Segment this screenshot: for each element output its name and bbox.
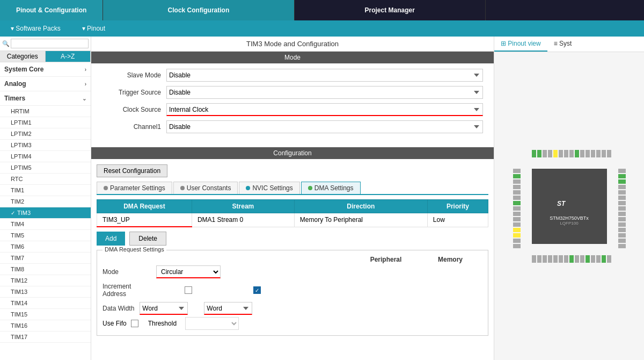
- pin-left-6: [513, 196, 521, 200]
- cat-btn-categories[interactable]: Categories: [0, 51, 46, 62]
- analog-header[interactable]: Analog ›: [0, 77, 91, 91]
- nav-tab-pinout[interactable]: Pinout & Configuration: [0, 0, 103, 20]
- pin-left-11: [513, 222, 521, 227]
- tab-parameter-settings[interactable]: Parameter Settings: [97, 182, 172, 194]
- memory-checkbox[interactable]: ✓: [253, 286, 261, 294]
- dma-col-request: DMA Request: [97, 200, 192, 213]
- sidebar-item-tim17[interactable]: TIM17: [0, 332, 91, 343]
- pin-top-10: [580, 150, 584, 157]
- pins-bottom: [532, 255, 611, 263]
- channel1-select[interactable]: Disable: [166, 120, 483, 133]
- sidebar-item-lptim4[interactable]: LPTIM4: [0, 151, 91, 162]
- cat-btn-az[interactable]: A->Z: [46, 51, 91, 62]
- sidebar-section-analog[interactable]: Analog ›: [0, 77, 91, 91]
- peripheral-increment-cb: [156, 286, 221, 294]
- syst-tab[interactable]: ≡ Syst: [547, 37, 579, 52]
- pin-right-8: [618, 206, 626, 211]
- action-buttons: Add Delete: [97, 232, 488, 246]
- add-button[interactable]: Add: [97, 232, 125, 246]
- sidebar-item-lptim3[interactable]: LPTIM3: [0, 140, 91, 151]
- sidebar-item-tim2[interactable]: TIM2: [0, 196, 91, 207]
- nav-tab-clock[interactable]: Clock Configuration: [103, 0, 294, 20]
- sidebar-item-lptim5[interactable]: LPTIM5: [0, 162, 91, 174]
- peripheral-checkbox[interactable]: [185, 286, 192, 294]
- mode-select[interactable]: Circular Normal: [156, 265, 221, 278]
- param-dot: [104, 186, 108, 190]
- pinout-view-tab[interactable]: ⊞ Pinout view: [494, 37, 547, 52]
- tab-nvic-settings[interactable]: NVIC Settings: [239, 182, 299, 194]
- sidebar-item-lptim1[interactable]: LPTIM1: [0, 117, 91, 128]
- analog-arrow: ›: [85, 81, 86, 87]
- pin-top-14: [602, 150, 606, 157]
- sidebar-item-tim8[interactable]: TIM8: [0, 264, 91, 275]
- sidebar-item-tim16[interactable]: TIM16: [0, 320, 91, 332]
- dma-request-cell: TIM3_UP: [97, 213, 192, 227]
- reset-config-button[interactable]: Reset Configuration: [97, 164, 167, 177]
- pin-right-12: [618, 228, 626, 232]
- system-core-header[interactable]: System Core ›: [0, 62, 91, 77]
- sidebar-item-tim6[interactable]: TIM6: [0, 241, 91, 253]
- pin-right-3: [618, 179, 626, 184]
- pin-top-9: [575, 150, 579, 157]
- pin-left-15: [513, 244, 521, 248]
- sidebar-item-tim7[interactable]: TIM7: [0, 253, 91, 264]
- sidebar-section-timers[interactable]: Timers ⌄ HRTIMLPTIM1LPTIM2LPTIM3LPTIM4LP…: [0, 91, 91, 343]
- tab-dma-settings[interactable]: DMA Settings: [301, 182, 361, 194]
- pin-right-2: [618, 174, 626, 178]
- pins-left: [513, 169, 521, 248]
- sidebar-item-lptim2[interactable]: LPTIM2: [0, 128, 91, 140]
- pin-top-12: [591, 150, 595, 157]
- timers-header[interactable]: Timers ⌄: [0, 91, 91, 106]
- pin-top-6: [559, 150, 563, 157]
- pin-bot-8: [569, 255, 574, 263]
- system-core-arrow: ›: [85, 67, 86, 73]
- pin-top-7: [564, 150, 568, 157]
- timers-list: HRTIMLPTIM1LPTIM2LPTIM3LPTIM4LPTIM5RTCTI…: [0, 106, 91, 343]
- sidebar-item-tim14[interactable]: TIM14: [0, 298, 91, 309]
- pin-right-4: [618, 185, 626, 189]
- threshold-select[interactable]: [185, 317, 239, 330]
- data-width-label: Data Width: [103, 305, 134, 312]
- sub-nav-software-packs[interactable]: ▾ Software Packs: [0, 25, 71, 32]
- sidebar-item-rtc[interactable]: RTC: [0, 174, 91, 185]
- pin-bot-11: [586, 255, 590, 263]
- dma-dot: [308, 186, 312, 190]
- user-const-dot: [180, 186, 185, 190]
- config-header: Configuration: [91, 147, 494, 159]
- data-width-memory-select[interactable]: Word Byte Half Word: [204, 302, 252, 315]
- peripheral-col-label: Peripheral: [354, 256, 418, 263]
- sidebar-item-hrtim[interactable]: HRTIM: [0, 106, 91, 117]
- sidebar-section-system-core[interactable]: System Core ›: [0, 62, 91, 77]
- use-fifo-checkbox[interactable]: [131, 320, 138, 327]
- tab-user-constants[interactable]: User Constants: [173, 182, 238, 194]
- sidebar-item-tim5[interactable]: TIM5: [0, 230, 91, 241]
- pin-bot-10: [580, 255, 584, 263]
- data-width-peripheral-select[interactable]: Word Byte Half Word: [140, 302, 188, 315]
- category-toggle: Categories A->Z: [0, 51, 91, 62]
- dma-priority-cell: Low: [427, 213, 488, 227]
- pin-left-7: [513, 201, 521, 205]
- sidebar-item-tim3[interactable]: TIM3: [0, 207, 91, 219]
- delete-button[interactable]: Delete: [129, 232, 166, 246]
- sidebar-item-tim12[interactable]: TIM12: [0, 275, 91, 286]
- search-input[interactable]: [11, 39, 89, 48]
- clock-source-select[interactable]: Internal Clock: [166, 103, 483, 116]
- nav-tab-project[interactable]: Project Manager: [295, 0, 486, 20]
- pin-top-15: [607, 150, 611, 157]
- trigger-source-label: Trigger Source: [102, 89, 166, 96]
- pin-top-3: [543, 150, 547, 157]
- use-fifo-label: Use Fifo: [103, 320, 127, 327]
- pin-left-4: [513, 185, 521, 189]
- trigger-source-select[interactable]: Disable: [166, 86, 483, 99]
- sidebar-item-tim1[interactable]: TIM1: [0, 185, 91, 196]
- dma-table-row[interactable]: TIM3_UP DMA1 Stream 0 Memory To Peripher…: [97, 213, 488, 227]
- top-nav: Pinout & Configuration Clock Configurati…: [0, 0, 644, 20]
- slave-mode-select[interactable]: Disable: [166, 69, 483, 82]
- sidebar-item-tim13[interactable]: TIM13: [0, 286, 91, 298]
- sidebar-item-tim15[interactable]: TIM15: [0, 309, 91, 320]
- threshold-label: Threshold: [148, 320, 177, 327]
- sidebar-item-tim4[interactable]: TIM4: [0, 219, 91, 230]
- pin-left-9: [513, 212, 521, 216]
- sub-nav-pinout[interactable]: ▾ Pinout: [71, 25, 116, 32]
- pin-right-5: [618, 190, 626, 195]
